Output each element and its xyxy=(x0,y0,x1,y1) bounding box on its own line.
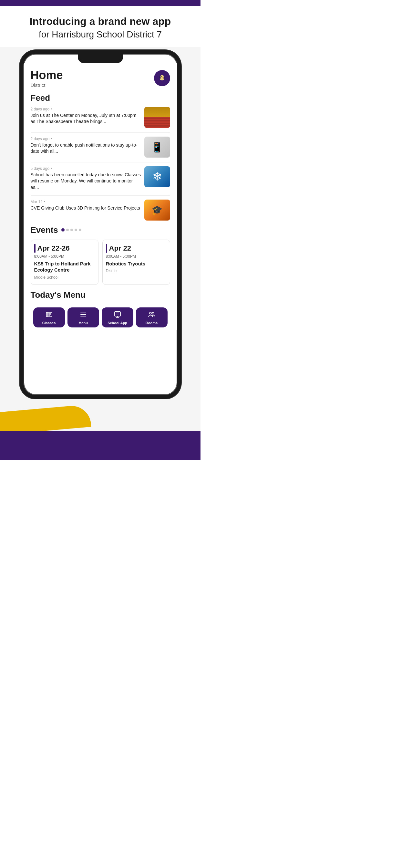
dot-1[interactable] xyxy=(61,228,65,231)
feed-item-3[interactable]: 5 days ago • School has been cancelled t… xyxy=(31,166,170,191)
dot-5[interactable] xyxy=(79,228,81,231)
feed-body-4: CVE Giving Club Uses 3D Printing for Ser… xyxy=(31,205,141,212)
dot-4[interactable] xyxy=(74,228,77,231)
event-time-2: 8:00AM - 5:00PM xyxy=(106,254,166,259)
feed-thumb-3 xyxy=(144,166,170,187)
feed-divider-3 xyxy=(31,195,170,196)
eagle-icon xyxy=(157,73,167,84)
classes-icon xyxy=(45,311,53,320)
events-header: Events xyxy=(31,225,170,235)
dot-2[interactable] xyxy=(66,228,69,231)
feed-divider-2 xyxy=(31,162,170,162)
rooms-svg xyxy=(148,311,156,318)
events-title: Events xyxy=(31,225,58,235)
purple-footer xyxy=(0,431,201,460)
bottom-nav: Classes Menu xyxy=(31,304,170,330)
nav-btn-rooms[interactable]: Rooms xyxy=(136,307,167,328)
events-row: Apr 22-26 8:00AM - 5:00PM KS5 Trip to Ho… xyxy=(31,240,170,285)
feed-body-1: Join us at The Center on Monday, July 8t… xyxy=(31,113,141,125)
feed-item[interactable]: 2 days ago • Join us at The Center on Mo… xyxy=(31,107,170,128)
feed-body-3: School has been cancelled today due to s… xyxy=(31,172,141,191)
nav-label-classes: Classes xyxy=(42,321,56,325)
event-name-1: KS5 Trip to Holland Park Ecology Centre xyxy=(34,260,95,273)
feed-thumb-2 xyxy=(144,136,170,158)
feed-item-4[interactable]: Mar 12 • CVE Giving Club Uses 3D Printin… xyxy=(31,199,170,221)
home-title-block: Home District xyxy=(31,69,63,88)
dots-indicator xyxy=(61,228,81,231)
event-date-bar-2 xyxy=(106,244,107,253)
feed-thumb-1 xyxy=(144,107,170,128)
phone-screen: Home District xyxy=(24,63,177,330)
feed-section: Feed 2 days ago • Join us at The Center … xyxy=(31,93,170,221)
phone-frame: Home District xyxy=(20,50,181,399)
menu-svg xyxy=(80,311,87,318)
home-header: Home District xyxy=(31,66,170,88)
header-section: Introducing a brand new app for Harrisbu… xyxy=(0,6,201,47)
event-card-1[interactable]: Apr 22-26 8:00AM - 5:00PM KS5 Trip to Ho… xyxy=(31,240,98,285)
svg-point-22 xyxy=(150,312,151,314)
svg-point-9 xyxy=(47,315,47,316)
schoolapp-svg xyxy=(114,311,121,318)
yellow-wave xyxy=(0,404,91,431)
nav-btn-classes[interactable]: Classes xyxy=(33,307,65,328)
feed-section-title: Feed xyxy=(31,93,170,103)
feed-divider-1 xyxy=(31,132,170,133)
header-title: Introducing a brand new app xyxy=(10,16,191,27)
nav-btn-menu[interactable]: Menu xyxy=(67,307,99,328)
menu-title: Today's Menu xyxy=(31,290,170,300)
event-time-1: 8:00AM - 5:00PM xyxy=(34,254,95,259)
svg-point-4 xyxy=(161,76,162,77)
event-date-bar-1 xyxy=(34,244,35,253)
event-name-2: Robotics Tryouts xyxy=(106,260,166,267)
feed-item-2[interactable]: 2 days ago • Don't forget to enable push… xyxy=(31,136,170,158)
event-location-1: Middle School xyxy=(34,275,95,280)
event-date-2: Apr 22 xyxy=(106,244,166,253)
svg-point-8 xyxy=(47,314,47,314)
nav-label-schoolapp: School App xyxy=(107,321,127,325)
event-card-2[interactable]: Apr 22 8:00AM - 5:00PM Robotics Tryouts … xyxy=(102,240,170,285)
svg-point-7 xyxy=(47,313,47,314)
school-logo[interactable] xyxy=(154,70,170,86)
bottom-decorative xyxy=(0,399,201,431)
feed-thumb-4 xyxy=(144,199,170,221)
feed-timestamp-4: Mar 12 • xyxy=(31,199,141,204)
feed-text-3: 5 days ago • School has been cancelled t… xyxy=(31,166,141,191)
nav-label-menu: Menu xyxy=(79,321,88,325)
home-title: Home xyxy=(31,69,63,82)
dot-3[interactable] xyxy=(70,228,73,231)
top-bar xyxy=(0,0,201,6)
events-section: Events Apr 22-26 xyxy=(31,225,170,285)
feed-text-1: 2 days ago • Join us at The Center on Mo… xyxy=(31,107,141,125)
nav-btn-schoolapp[interactable]: School App xyxy=(102,307,133,328)
feed-timestamp-2: 2 days ago • xyxy=(31,136,141,141)
event-date-1: Apr 22-26 xyxy=(34,244,95,253)
feed-body-2: Don't forget to enable push notification… xyxy=(31,142,141,155)
feed-timestamp-3: 5 days ago • xyxy=(31,166,141,171)
header-subtitle: for Harrisburg School District 7 xyxy=(10,29,191,40)
home-subtitle: District xyxy=(31,82,63,88)
event-location-2: District xyxy=(106,269,166,273)
nav-label-rooms: Rooms xyxy=(146,321,158,325)
rooms-icon xyxy=(148,311,156,320)
classes-svg xyxy=(45,311,53,318)
schoolapp-icon xyxy=(114,311,121,320)
feed-text-2: 2 days ago • Don't forget to enable push… xyxy=(31,136,141,155)
phone-notch xyxy=(78,54,123,63)
menu-section: Today's Menu xyxy=(31,290,170,300)
menu-icon xyxy=(80,311,87,320)
feed-timestamp-1: 2 days ago • xyxy=(31,107,141,112)
feed-text-4: Mar 12 • CVE Giving Club Uses 3D Printin… xyxy=(31,199,141,212)
svg-point-23 xyxy=(152,312,154,314)
